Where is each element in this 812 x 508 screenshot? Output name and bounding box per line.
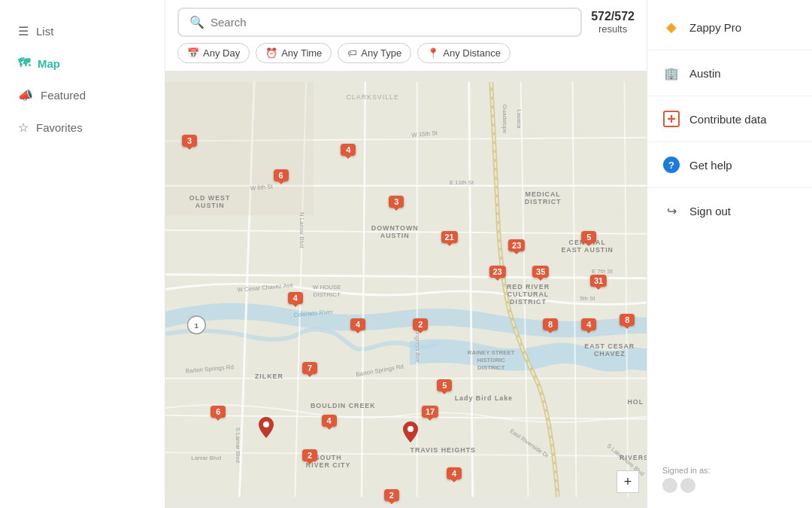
map-background: OLD WEST AUSTIN DOWNTOWN AUSTIN MEDICAL … [165,71,647,508]
divider [647,187,812,188]
svg-text:CHAVEZ: CHAVEZ [594,350,626,357]
svg-text:HISTORIC: HISTORIC [477,357,506,364]
filter-distance-button[interactable]: 📍Any Distance [417,43,511,63]
svg-text:AUSTIN: AUSTIN [195,202,225,209]
map-container: OLD WEST AUSTIN DOWNTOWN AUSTIN MEDICAL … [165,71,647,508]
divider [647,50,812,50]
results-count: 572/572 results [591,10,635,35]
sidebar-item-label: Favorites [36,121,83,134]
right-nav-label: Zappy Pro [689,21,741,34]
sidebar-item-label: Featured [41,89,86,102]
filter-type-button[interactable]: 🏷Any Type [338,43,411,63]
filter-row: 📅Any Day⏰Any Time🏷Any Type📍Any Distance [177,37,635,71]
search-area: 🔍 572/572 results 📅Any Day⏰Any Time🏷Any … [165,0,647,71]
filter-time-button[interactable]: ⏰Any Time [256,43,332,63]
filter-time-label: Any Time [281,47,322,59]
sidebar-item-label: Map [38,57,60,70]
search-input-wrapper: 🔍 [177,8,582,37]
filter-time-icon: ⏰ [265,47,277,59]
zoom-in-button[interactable]: + [617,470,639,493]
svg-text:E 11th St: E 11th St [450,179,474,186]
svg-text:RAINEY STREET: RAINEY STREET [468,349,515,356]
plus-icon: + [663,111,680,127]
divider [647,141,812,142]
svg-text:S Congress Ave: S Congress Ave [414,320,421,363]
svg-text:E 7th St: E 7th St [592,268,614,275]
svg-text:CULTURAL: CULTURAL [508,291,549,298]
right-nav-sign-out[interactable]: ↪Sign out [647,191,812,230]
svg-text:HOL: HOL [627,398,644,406]
help-icon-wrapper: ? [662,156,680,174]
right-nav-zappy-pro[interactable]: ◆Zappy Pro [647,8,812,47]
signed-in-section: Signed in as: [647,458,812,500]
svg-text:SOUTH: SOUTH [315,454,342,461]
signout-icon-wrapper: ↪ [662,202,680,220]
signout-icon: ↪ [667,204,677,218]
right-nav-label: Contribute data [689,113,767,126]
map-svg: OLD WEST AUSTIN DOWNTOWN AUSTIN MEDICAL … [165,71,647,508]
right-nav-label: Sign out [689,205,731,217]
divider [647,96,812,96]
results-label: results [598,23,627,35]
help-icon: ? [663,157,680,173]
sidebar-item-favorites[interactable]: ☆Favorites [0,111,165,144]
right-nav-get-help[interactable]: ?Get help [647,145,812,184]
main-content: 🔍 572/572 results 📅Any Day⏰Any Time🏷Any … [165,0,647,508]
svg-text:DISTRICT: DISTRICT [477,364,504,371]
right-nav-austin[interactable]: 🏢Austin [647,53,812,93]
svg-text:DOWNTOWN: DOWNTOWN [371,224,419,232]
svg-text:DISTRICT: DISTRICT [314,291,341,298]
diamond-icon-wrapper: ◆ [662,18,680,36]
plus-icon-wrapper: + [662,110,680,128]
svg-text:Guadalupe: Guadalupe [501,105,508,134]
svg-text:RED RIVER: RED RIVER [507,284,550,291]
sidebar-right: ◆Zappy Pro🏢Austin+Contribute data?Get he… [647,0,812,508]
svg-text:CLARKSVILLE: CLARKSVILLE [346,93,398,101]
filter-distance-icon: 📍 [427,47,439,59]
sidebar-item-list[interactable]: ☰List [0,15,165,47]
avatar [680,478,695,493]
svg-text:5th St: 5th St [580,295,595,302]
list-icon: ☰ [18,24,29,38]
building-icon-wrapper: 🏢 [662,64,680,82]
signed-in-label: Signed in as: [662,466,710,475]
featured-icon: 📣 [18,88,33,102]
svg-text:N Lamar Blvd: N Lamar Blvd [298,212,305,248]
svg-rect-16 [165,82,314,215]
sidebar-item-label: List [36,25,53,38]
svg-text:DISTRICT: DISTRICT [510,298,547,306]
filter-type-label: Any Type [361,47,401,59]
right-nav-label: Austin [689,67,721,80]
right-nav-contribute[interactable]: +Contribute data [647,99,812,138]
sidebar-item-featured[interactable]: 📣Featured [0,79,165,111]
search-input[interactable] [211,16,570,29]
svg-text:EAST AUSTIN: EAST AUSTIN [561,246,614,254]
svg-text:S Lamar Blvd: S Lamar Blvd [235,427,241,463]
svg-text:Lamar Blvd: Lamar Blvd [191,455,221,461]
svg-text:CENTRAL: CENTRAL [569,239,606,246]
filter-day-label: Any Day [203,47,240,59]
svg-text:AUSTIN: AUSTIN [380,232,410,239]
filter-day-button[interactable]: 📅Any Day [177,43,250,63]
svg-text:MEDICAL: MEDICAL [526,190,561,198]
svg-text:1: 1 [195,321,199,330]
sidebar-item-map[interactable]: 🗺Map [0,47,165,79]
filter-day-icon: 📅 [187,47,199,59]
svg-text:RIVER CITY: RIVER CITY [306,461,351,469]
svg-text:TRAVIS HEIGHTS: TRAVIS HEIGHTS [410,446,475,454]
results-number: 572/572 [591,10,635,23]
map-icon: 🗺 [18,56,30,70]
svg-text:OLD WEST: OLD WEST [189,194,231,202]
svg-text:DISTRICT: DISTRICT [525,198,562,205]
search-icon: 🔍 [189,15,205,29]
svg-text:EAST CESAR: EAST CESAR [584,342,635,350]
svg-text:Lavaca: Lavaca [516,109,523,129]
filter-type-icon: 🏷 [347,47,357,59]
svg-text:W HOUSE: W HOUSE [313,284,341,291]
svg-text:ZILKER: ZILKER [255,373,283,380]
avatar [662,478,677,493]
right-nav-label: Get help [689,159,732,172]
sidebar-left: ☰List🗺Map📣Featured☆Favorites [0,0,165,508]
svg-text:BOULDIN CREEK: BOULDIN CREEK [311,402,376,409]
filter-distance-label: Any Distance [443,47,501,59]
